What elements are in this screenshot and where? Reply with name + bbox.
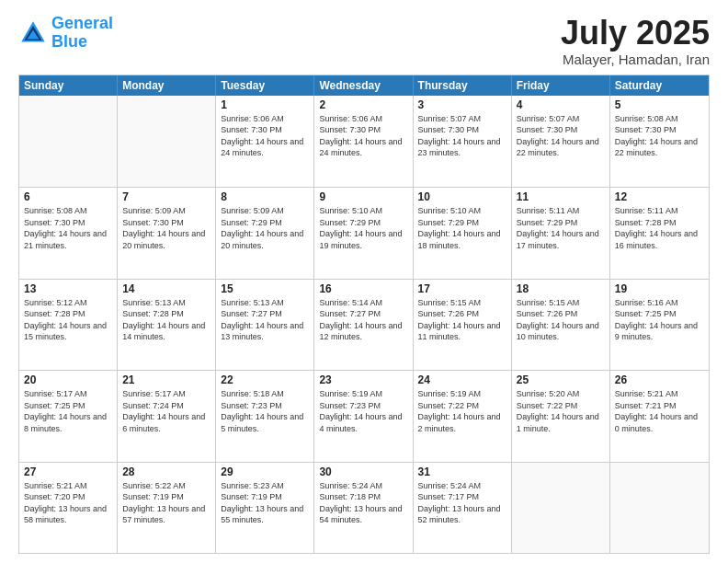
day-info: Sunrise: 5:10 AM Sunset: 7:29 PM Dayligh… [319,205,407,251]
calendar-cell: 3Sunrise: 5:07 AM Sunset: 7:30 PM Daylig… [414,96,512,187]
day-number: 18 [517,282,605,295]
day-number: 28 [122,465,210,478]
day-number: 3 [418,98,506,111]
calendar-row-1: 1Sunrise: 5:06 AM Sunset: 7:30 PM Daylig… [19,96,709,187]
calendar-row-2: 6Sunrise: 5:08 AM Sunset: 7:30 PM Daylig… [19,187,709,278]
day-number: 6 [24,190,112,203]
month-title: July 2025 [561,15,710,52]
day-info: Sunrise: 5:15 AM Sunset: 7:26 PM Dayligh… [517,297,605,343]
day-info: Sunrise: 5:22 AM Sunset: 7:19 PM Dayligh… [122,480,210,526]
calendar-cell: 22Sunrise: 5:18 AM Sunset: 7:23 PM Dayli… [216,371,314,461]
logo-text: General Blue [51,15,113,52]
calendar-cell: 26Sunrise: 5:21 AM Sunset: 7:21 PM Dayli… [610,371,709,461]
calendar-cell: 31Sunrise: 5:24 AM Sunset: 7:17 PM Dayli… [414,463,512,553]
header-day-friday: Friday [512,75,610,96]
day-info: Sunrise: 5:13 AM Sunset: 7:28 PM Dayligh… [122,297,210,343]
day-number: 8 [221,190,309,203]
calendar-header: SundayMondayTuesdayWednesdayThursdayFrid… [19,75,709,96]
calendar-cell: 14Sunrise: 5:13 AM Sunset: 7:28 PM Dayli… [118,280,216,370]
calendar-row-3: 13Sunrise: 5:12 AM Sunset: 7:28 PM Dayli… [19,279,709,370]
location: Malayer, Hamadan, Iran [561,52,710,67]
day-info: Sunrise: 5:20 AM Sunset: 7:22 PM Dayligh… [517,388,605,434]
calendar-cell: 29Sunrise: 5:23 AM Sunset: 7:19 PM Dayli… [216,463,314,553]
day-info: Sunrise: 5:19 AM Sunset: 7:23 PM Dayligh… [319,388,407,434]
calendar-cell: 20Sunrise: 5:17 AM Sunset: 7:25 PM Dayli… [19,371,118,461]
header-day-sunday: Sunday [19,75,118,96]
calendar-body: 1Sunrise: 5:06 AM Sunset: 7:30 PM Daylig… [19,96,709,553]
day-info: Sunrise: 5:24 AM Sunset: 7:18 PM Dayligh… [319,480,407,526]
day-info: Sunrise: 5:14 AM Sunset: 7:27 PM Dayligh… [319,297,407,343]
calendar-cell: 18Sunrise: 5:15 AM Sunset: 7:26 PM Dayli… [512,280,610,370]
day-number: 13 [24,282,112,295]
day-info: Sunrise: 5:07 AM Sunset: 7:30 PM Dayligh… [418,113,506,159]
calendar-cell: 2Sunrise: 5:06 AM Sunset: 7:30 PM Daylig… [314,96,413,187]
calendar-cell: 13Sunrise: 5:12 AM Sunset: 7:28 PM Dayli… [19,280,118,370]
day-info: Sunrise: 5:11 AM Sunset: 7:29 PM Dayligh… [517,205,605,251]
day-info: Sunrise: 5:10 AM Sunset: 7:29 PM Dayligh… [418,205,506,251]
day-number: 17 [418,282,506,295]
day-number: 22 [221,373,309,386]
calendar-cell: 11Sunrise: 5:11 AM Sunset: 7:29 PM Dayli… [512,188,610,278]
calendar-cell: 30Sunrise: 5:24 AM Sunset: 7:18 PM Dayli… [314,463,413,553]
day-info: Sunrise: 5:09 AM Sunset: 7:30 PM Dayligh… [122,205,210,251]
day-info: Sunrise: 5:19 AM Sunset: 7:22 PM Dayligh… [418,388,506,434]
day-number: 15 [221,282,309,295]
day-number: 2 [319,98,407,111]
day-info: Sunrise: 5:24 AM Sunset: 7:17 PM Dayligh… [418,480,506,526]
calendar-cell: 4Sunrise: 5:07 AM Sunset: 7:30 PM Daylig… [512,96,610,187]
day-info: Sunrise: 5:07 AM Sunset: 7:30 PM Dayligh… [517,113,605,159]
calendar-cell: 7Sunrise: 5:09 AM Sunset: 7:30 PM Daylig… [118,188,216,278]
day-info: Sunrise: 5:11 AM Sunset: 7:28 PM Dayligh… [615,205,704,251]
logo-general: General [51,14,113,32]
header-day-monday: Monday [118,75,216,96]
day-number: 21 [122,373,210,386]
day-info: Sunrise: 5:18 AM Sunset: 7:23 PM Dayligh… [221,388,309,434]
day-number: 11 [517,190,605,203]
logo: General Blue [18,15,113,52]
day-info: Sunrise: 5:08 AM Sunset: 7:30 PM Dayligh… [24,205,112,251]
calendar-cell: 21Sunrise: 5:17 AM Sunset: 7:24 PM Dayli… [118,371,216,461]
day-number: 1 [221,98,309,111]
calendar-cell: 17Sunrise: 5:15 AM Sunset: 7:26 PM Dayli… [414,280,512,370]
day-info: Sunrise: 5:17 AM Sunset: 7:25 PM Dayligh… [24,388,112,434]
day-number: 23 [319,373,407,386]
calendar-cell: 8Sunrise: 5:09 AM Sunset: 7:29 PM Daylig… [216,188,314,278]
day-info: Sunrise: 5:21 AM Sunset: 7:21 PM Dayligh… [615,388,704,434]
calendar-cell [610,463,709,553]
day-number: 24 [418,373,506,386]
day-info: Sunrise: 5:06 AM Sunset: 7:30 PM Dayligh… [221,113,309,159]
calendar-cell: 9Sunrise: 5:10 AM Sunset: 7:29 PM Daylig… [314,188,413,278]
day-number: 4 [517,98,605,111]
calendar-cell: 12Sunrise: 5:11 AM Sunset: 7:28 PM Dayli… [610,188,709,278]
day-info: Sunrise: 5:15 AM Sunset: 7:26 PM Dayligh… [418,297,506,343]
day-info: Sunrise: 5:12 AM Sunset: 7:28 PM Dayligh… [24,297,112,343]
day-number: 26 [615,373,704,386]
logo-blue: Blue [51,32,87,51]
calendar-cell: 6Sunrise: 5:08 AM Sunset: 7:30 PM Daylig… [19,188,118,278]
header-day-tuesday: Tuesday [216,75,314,96]
calendar: SundayMondayTuesdayWednesdayThursdayFrid… [18,75,710,554]
calendar-cell [19,96,118,187]
header-day-saturday: Saturday [610,75,709,96]
day-number: 30 [319,465,407,478]
day-number: 31 [418,465,506,478]
calendar-cell: 19Sunrise: 5:16 AM Sunset: 7:25 PM Dayli… [610,280,709,370]
calendar-cell: 16Sunrise: 5:14 AM Sunset: 7:27 PM Dayli… [314,280,413,370]
title-section: July 2025 Malayer, Hamadan, Iran [561,15,710,67]
calendar-cell [512,463,610,553]
calendar-cell [118,96,216,187]
day-info: Sunrise: 5:13 AM Sunset: 7:27 PM Dayligh… [221,297,309,343]
day-number: 9 [319,190,407,203]
day-number: 27 [24,465,112,478]
day-number: 20 [24,373,112,386]
day-info: Sunrise: 5:08 AM Sunset: 7:30 PM Dayligh… [615,113,704,159]
calendar-cell: 15Sunrise: 5:13 AM Sunset: 7:27 PM Dayli… [216,280,314,370]
calendar-cell: 1Sunrise: 5:06 AM Sunset: 7:30 PM Daylig… [216,96,314,187]
header: General Blue July 2025 Malayer, Hamadan,… [18,15,710,67]
day-info: Sunrise: 5:06 AM Sunset: 7:30 PM Dayligh… [319,113,407,159]
calendar-cell: 24Sunrise: 5:19 AM Sunset: 7:22 PM Dayli… [414,371,512,461]
page: General Blue July 2025 Malayer, Hamadan,… [0,0,728,563]
day-number: 16 [319,282,407,295]
day-info: Sunrise: 5:23 AM Sunset: 7:19 PM Dayligh… [221,480,309,526]
day-number: 12 [615,190,704,203]
